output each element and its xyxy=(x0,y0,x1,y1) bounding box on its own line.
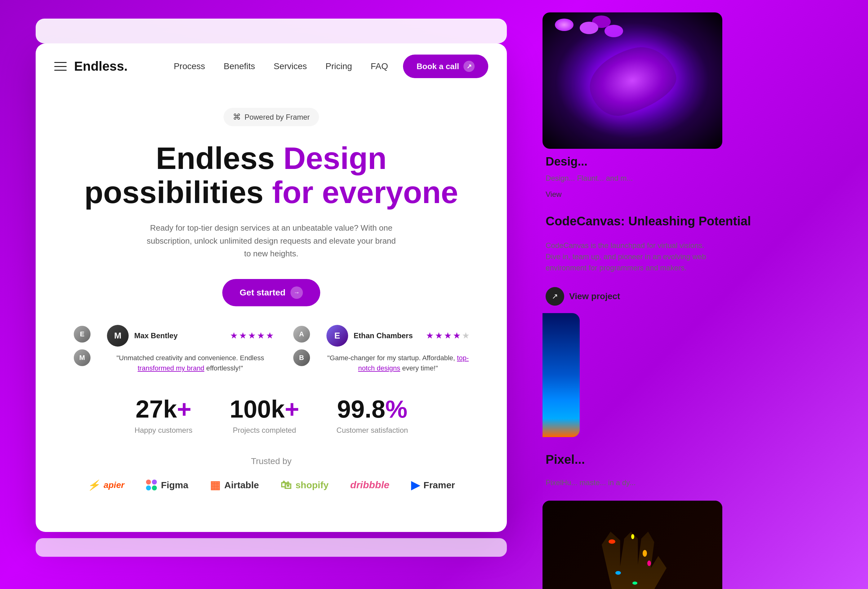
avatar-small-2: M xyxy=(73,348,92,367)
dribbble-logo: dribbble xyxy=(350,479,389,491)
framer-icon: ⌘ xyxy=(233,112,241,122)
project-image-3 xyxy=(542,500,722,589)
zapier-logo: ⚡ apier xyxy=(87,479,124,491)
framer-logo: ▶ Framer xyxy=(411,479,455,492)
testimonial-2-header: E Ethan Chambers ★ ★ ★ ★ ★ xyxy=(326,325,469,347)
book-call-arrow-icon: ↗ xyxy=(464,61,475,72)
project-card-1: Desig... Design... Flaunt... and m... Vi… xyxy=(542,12,868,199)
project-2-desc: CodeCanvas is the launchpad for virtual … xyxy=(542,240,716,273)
project-2-thumbnail-area xyxy=(542,313,868,437)
powered-badge: ⌘ Powered by Framer xyxy=(223,108,319,126)
stat-satisfaction: 99.8% Customer satisfaction xyxy=(337,395,408,435)
testimonial-left: E M M Max Bentley ★ ★ ★ ★ ★ xyxy=(73,325,274,373)
nav-process[interactable]: Process xyxy=(174,61,205,71)
project-2-image xyxy=(542,313,580,437)
view-project-2-arrow-icon: ↗ xyxy=(546,287,564,306)
testimonial-1-text: "Unmatched creativity and convenience. E… xyxy=(107,353,274,373)
view-project-2-button[interactable]: ↗ View project xyxy=(542,287,868,306)
avatar-ethan: E xyxy=(326,325,348,347)
project-3-desc: PixelHu... maste... in a dy... xyxy=(542,477,716,488)
figma-logo: Figma xyxy=(146,480,188,491)
splash-drops xyxy=(555,19,574,31)
project-1-desc: Design... Flaunt... and m... xyxy=(546,173,865,184)
splash-blob xyxy=(583,39,682,122)
hamburger-menu[interactable] xyxy=(54,62,66,71)
get-started-arrow-icon: → xyxy=(291,286,303,299)
stars-2: ★ ★ ★ ★ ★ xyxy=(426,331,469,341)
view-project-1-button[interactable]: View xyxy=(546,190,865,199)
stars-1: ★ ★ ★ ★ ★ xyxy=(230,331,274,341)
testimonial-1-header: M Max Bentley ★ ★ ★ ★ ★ xyxy=(107,325,274,347)
nav-services[interactable]: Services xyxy=(274,61,307,71)
bottom-card-partial xyxy=(35,538,507,557)
navbar: Endless. Process Benefits Services Prici… xyxy=(35,43,507,89)
testimonial-2-text: "Game-changer for my startup. Affordable… xyxy=(326,353,469,373)
testimonial-group-2: E Ethan Chambers ★ ★ ★ ★ ★ "Game-cha xyxy=(326,325,469,373)
project-image-1 xyxy=(542,12,722,149)
view-project-2-label: View project xyxy=(569,291,620,301)
avatar-max: M xyxy=(107,325,128,347)
logos-row: ⚡ apier Figma ▦ Airtab xyxy=(61,479,482,492)
testimonial-right: A B E Ethan Chambers ★ ★ ★ ★ ★ xyxy=(292,325,469,373)
stat-projects: 100k+ Projects completed xyxy=(230,395,300,435)
project-card-2: CodeCanvas: Unleashing Potential CodeCan… xyxy=(542,214,868,437)
hero-title: Endless Design possibilities for everyon… xyxy=(84,141,458,209)
testimonials-section: E M M Max Bentley ★ ★ ★ ★ ★ xyxy=(61,325,482,373)
hand-silhouette xyxy=(598,513,666,589)
main-card: Endless. Process Benefits Services Prici… xyxy=(35,43,507,532)
avatar-small-1: E xyxy=(73,325,92,344)
nav-pricing[interactable]: Pricing xyxy=(326,61,352,71)
stat-happy-customers: 27k+ Happy customers xyxy=(134,395,192,435)
top-card-partial xyxy=(35,19,507,43)
hand-art xyxy=(542,500,722,589)
shopify-logo: 🛍 shopify xyxy=(280,479,329,492)
project-2-title: CodeCanvas: Unleashing Potential xyxy=(542,214,868,228)
trusted-section: Trusted by ⚡ apier Figma xyxy=(61,456,482,492)
get-started-button[interactable]: Get started → xyxy=(222,279,320,306)
hero-section: ⌘ Powered by Framer Endless Design possi… xyxy=(35,89,507,532)
nav-benefits[interactable]: Benefits xyxy=(224,61,255,71)
project-1-title: Desig... xyxy=(546,155,865,168)
hero-subtitle: Ready for top-tier design services at an… xyxy=(144,221,399,260)
avatar-stack-left: E M xyxy=(73,325,92,367)
stats-section: 27k+ Happy customers 100k+ Projects comp… xyxy=(61,395,482,435)
testimonial-group-1: M Max Bentley ★ ★ ★ ★ ★ "Unmatched c xyxy=(107,325,274,373)
airtable-logo: ▦ Airtable xyxy=(210,479,259,492)
project-3-title: Pixel... xyxy=(542,453,868,466)
book-call-button[interactable]: Book a call ↗ xyxy=(403,55,488,78)
avatar-small-4: B xyxy=(292,348,311,367)
splash-art xyxy=(542,12,722,149)
nav-links: Process Benefits Services Pricing FAQ xyxy=(174,61,388,71)
logo: Endless. xyxy=(74,59,128,74)
avatar-stack-right: A B xyxy=(292,325,311,367)
project-card-3: Pixel... PixelHu... maste... in a dy... xyxy=(542,453,868,589)
right-panel: Desig... Design... Flaunt... and m... Vi… xyxy=(542,0,868,589)
nav-faq[interactable]: FAQ xyxy=(371,61,388,71)
project-1-info: Desig... Design... Flaunt... and m... Vi… xyxy=(542,155,868,199)
avatar-small-3: A xyxy=(292,325,311,344)
